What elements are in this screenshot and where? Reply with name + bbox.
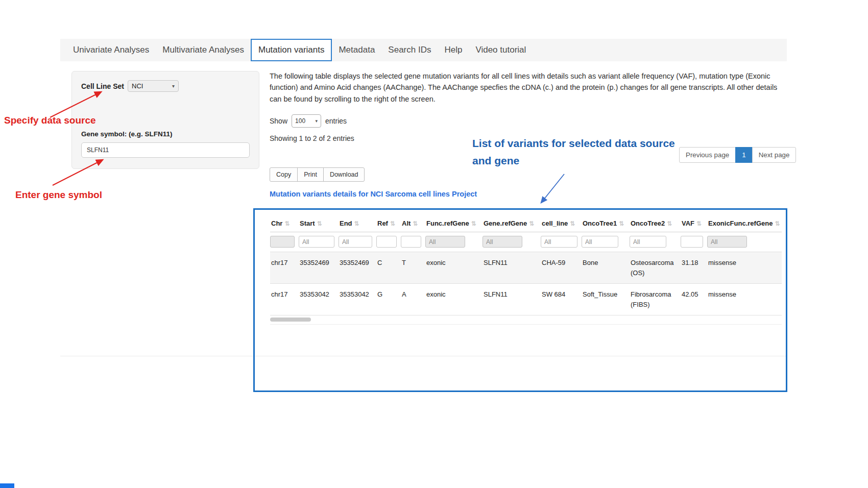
filter-cell <box>707 232 782 252</box>
gene-symbol-input[interactable] <box>81 142 250 158</box>
filter-alt[interactable] <box>401 236 421 248</box>
table-cell: SLFN11 <box>483 252 541 284</box>
table-cell: exonic <box>425 284 483 315</box>
table-cell: exonic <box>425 252 483 284</box>
sort-icon[interactable]: ⇅ <box>354 220 359 227</box>
filter-cell <box>582 232 630 252</box>
chevron-down-icon: ▾ <box>172 83 175 89</box>
table-cell: Soft_Tissue <box>582 284 630 315</box>
download-button[interactable]: Download <box>323 167 365 182</box>
table-body: chr173535246935352469CTexonicSLFN11CHA-5… <box>270 232 782 315</box>
filter-cell <box>630 232 681 252</box>
column-header-oncotree2[interactable]: OncoTree2⇅ <box>630 215 681 232</box>
nav-tab-multivariate-analyses[interactable]: Multivariate Analyses <box>156 39 251 61</box>
filter-cell-line[interactable] <box>541 236 577 248</box>
showing-entries-status: Showing 1 to 2 of 2 entries <box>270 134 354 142</box>
sort-icon[interactable]: ⇅ <box>696 220 702 227</box>
column-label: Ref <box>377 219 388 227</box>
table-cell: 42.05 <box>681 284 707 315</box>
filter-oncotree2[interactable] <box>630 236 666 248</box>
table-cell: A <box>401 284 425 315</box>
nav-tab-metadata[interactable]: Metadata <box>332 39 381 61</box>
filter-gene-refgene[interactable] <box>483 236 522 248</box>
column-header-func-refgene[interactable]: Func.refGene⇅ <box>425 215 483 232</box>
print-button[interactable]: Print <box>297 167 324 182</box>
table-cell: G <box>376 284 401 315</box>
column-header-oncotree1[interactable]: OncoTree1⇅ <box>582 215 630 232</box>
next-page-button[interactable]: Next page <box>752 147 797 163</box>
top-nav: Univariate AnalysesMultivariate Analyses… <box>60 39 787 61</box>
filter-cell <box>425 232 483 252</box>
horizontal-scrollbar-thumb[interactable] <box>270 318 311 322</box>
sort-icon[interactable]: ⇅ <box>667 220 672 227</box>
filter-vaf[interactable] <box>681 236 703 248</box>
column-header-ref[interactable]: Ref⇅ <box>376 215 401 232</box>
sort-icon[interactable]: ⇅ <box>317 220 322 227</box>
table-cell: 31.18 <box>681 252 707 284</box>
filter-func-refgene[interactable] <box>425 236 465 248</box>
description-text: The following table displays the selecte… <box>270 70 778 105</box>
sort-icon[interactable]: ⇅ <box>390 220 395 227</box>
table-cell: 35353042 <box>299 284 339 315</box>
column-label: OncoTree2 <box>631 219 665 227</box>
copy-button[interactable]: Copy <box>270 167 298 182</box>
table-header-row: Chr⇅Start⇅End⇅Ref⇅Alt⇅Func.refGene⇅Gene.… <box>270 215 782 232</box>
filter-cell <box>681 232 707 252</box>
column-header-vaf[interactable]: VAF⇅ <box>681 215 707 232</box>
column-header-start[interactable]: Start⇅ <box>299 215 339 232</box>
table-cell: 35353042 <box>339 284 376 315</box>
table-title-link[interactable]: Mutation variants details for NCI Sarcom… <box>270 190 477 198</box>
filter-end[interactable] <box>339 236 372 248</box>
table-cell: SW 684 <box>541 284 582 315</box>
filter-chr[interactable] <box>270 236 295 248</box>
filter-oncotree1[interactable] <box>582 236 618 248</box>
table-cell: chr17 <box>270 252 299 284</box>
filter-cell <box>483 232 541 252</box>
column-header-exonicfunc-refgene[interactable]: ExonicFunc.refGene⇅ <box>707 215 782 232</box>
nav-tab-help[interactable]: Help <box>438 39 469 61</box>
sort-icon[interactable]: ⇅ <box>619 220 624 227</box>
previous-page-button[interactable]: Previous page <box>679 147 736 163</box>
column-header-chr[interactable]: Chr⇅ <box>270 215 299 232</box>
table-cell: missense <box>707 252 782 284</box>
sort-icon[interactable]: ⇅ <box>529 220 534 227</box>
table-row[interactable]: chr173535304235353042GAexonicSLFN11SW 68… <box>270 284 782 315</box>
pagination: Previous page 1 Next page <box>679 147 796 163</box>
page-number-button[interactable]: 1 <box>735 147 752 163</box>
horizontal-scrollbar-track[interactable] <box>270 315 782 325</box>
table-cell: SLFN11 <box>483 284 541 315</box>
nav-tab-univariate-analyses[interactable]: Univariate Analyses <box>66 39 156 61</box>
sort-icon[interactable]: ⇅ <box>471 220 476 227</box>
column-header-end[interactable]: End⇅ <box>339 215 376 232</box>
filter-start[interactable] <box>299 236 334 248</box>
sort-icon[interactable]: ⇅ <box>413 220 418 227</box>
sort-icon[interactable]: ⇅ <box>775 220 780 227</box>
filter-cell <box>401 232 425 252</box>
table-cell: T <box>401 252 425 284</box>
nav-tab-video-tutorial[interactable]: Video tutorial <box>469 39 533 61</box>
table-row[interactable]: chr173535246935352469CTexonicSLFN11CHA-5… <box>270 252 782 284</box>
show-entries-control: Show 100 ▾ entries <box>270 114 347 128</box>
cell-line-set-select[interactable]: NCI ▾ <box>128 80 179 92</box>
column-header-alt[interactable]: Alt⇅ <box>401 215 425 232</box>
cell-line-set-value: NCI <box>132 82 143 90</box>
table-cell: 35352469 <box>299 252 339 284</box>
table-cell: C <box>376 252 401 284</box>
table-cell: missense <box>707 284 782 315</box>
export-button-group: Copy Print Download <box>270 167 365 182</box>
nav-tab-search-ids[interactable]: Search IDs <box>381 39 438 61</box>
column-header-gene-refgene[interactable]: Gene.refGene⇅ <box>483 215 541 232</box>
column-header-cell-line[interactable]: cell_line⇅ <box>541 215 582 232</box>
filter-cell <box>541 232 582 252</box>
nav-tab-mutation-variants[interactable]: Mutation variants <box>251 39 332 61</box>
sort-icon[interactable]: ⇅ <box>570 220 575 227</box>
filter-exonicfunc-refgene[interactable] <box>707 236 747 248</box>
cell-line-set-label: Cell Line Set <box>81 82 124 90</box>
show-label: Show <box>270 117 287 125</box>
table-footer-divider <box>255 356 786 356</box>
sort-icon[interactable]: ⇅ <box>284 220 290 227</box>
column-label: Gene.refGene <box>484 219 527 227</box>
filter-ref[interactable] <box>376 236 397 248</box>
entries-per-page-select[interactable]: 100 ▾ <box>292 114 321 128</box>
column-label: Start <box>300 219 315 227</box>
